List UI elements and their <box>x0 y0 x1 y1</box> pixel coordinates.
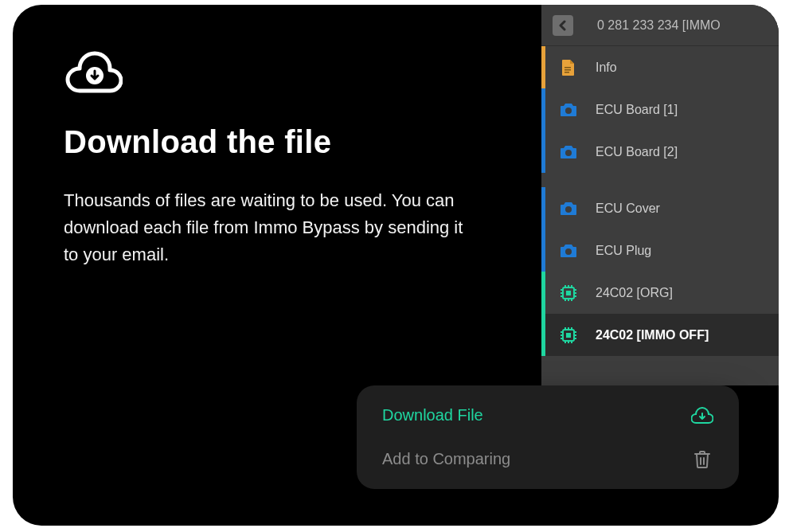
stripe <box>541 272 545 314</box>
promo-card: Download the file Thousands of files are… <box>13 5 779 526</box>
stripe <box>541 131 545 173</box>
panel-item-label: 24C02 [IMMO OFF] <box>596 328 709 342</box>
panel-item-label: ECU Cover <box>596 201 660 216</box>
stripe <box>541 88 545 131</box>
cloud-download-icon <box>64 51 510 94</box>
stripe <box>541 229 545 272</box>
panel-items: Info ECU Board [1] ECU Board [2] <box>541 46 779 356</box>
svg-point-5 <box>565 150 572 156</box>
file-panel: 0 281 233 234 [IMMO Info ECU <box>541 5 779 385</box>
svg-rect-2 <box>564 69 571 71</box>
back-button[interactable] <box>553 15 573 36</box>
panel-title: 0 281 233 234 [IMMO <box>597 18 721 33</box>
cloud-download-icon <box>691 405 713 427</box>
document-icon <box>559 58 578 77</box>
svg-rect-3 <box>564 72 569 73</box>
panel-item-label: ECU Board [2] <box>596 145 678 159</box>
stripe <box>541 314 545 356</box>
add-to-comparing-button[interactable]: Add to Comparing <box>361 437 734 481</box>
download-file-button[interactable]: Download File <box>361 393 734 437</box>
gap <box>541 173 779 187</box>
panel-item-24c02-org[interactable]: 24C02 [ORG] <box>541 272 779 314</box>
camera-icon <box>559 100 578 119</box>
svg-point-6 <box>565 206 572 213</box>
camera-icon <box>559 199 578 218</box>
svg-point-4 <box>565 108 572 114</box>
camera-icon <box>559 143 578 162</box>
promo-left: Download the file Thousands of files are… <box>64 51 510 268</box>
chip-icon <box>559 326 578 345</box>
panel-item-24c02-immo-off[interactable]: 24C02 [IMMO OFF] <box>541 314 779 356</box>
panel-item-info[interactable]: Info <box>541 46 779 88</box>
chip-icon <box>559 284 578 303</box>
svg-point-7 <box>565 248 572 255</box>
panel-item-ecu-board-1[interactable]: ECU Board [1] <box>541 88 779 131</box>
panel-item-label: ECU Board [1] <box>596 103 678 117</box>
panel-item-label: ECU Plug <box>596 244 651 258</box>
panel-item-label: Info <box>596 61 617 75</box>
panel-item-ecu-board-2[interactable]: ECU Board [2] <box>541 131 779 173</box>
promo-description: Thousands of files are waiting to be use… <box>64 187 478 268</box>
camera-icon <box>559 241 578 260</box>
panel-item-label: 24C02 [ORG] <box>596 286 673 300</box>
download-file-label: Download File <box>382 406 483 424</box>
stripe <box>541 187 545 229</box>
trash-icon <box>691 448 713 471</box>
promo-title: Download the file <box>64 124 510 160</box>
panel-item-ecu-plug[interactable]: ECU Plug <box>541 229 779 272</box>
panel-item-ecu-cover[interactable]: ECU Cover <box>541 187 779 229</box>
add-to-comparing-label: Add to Comparing <box>382 450 510 468</box>
svg-rect-1 <box>564 67 571 68</box>
svg-rect-11 <box>566 333 571 338</box>
svg-rect-9 <box>566 291 571 295</box>
action-sheet: Download File Add to Comparing <box>357 385 739 489</box>
panel-header: 0 281 233 234 [IMMO <box>541 5 779 46</box>
stripe <box>541 46 545 88</box>
